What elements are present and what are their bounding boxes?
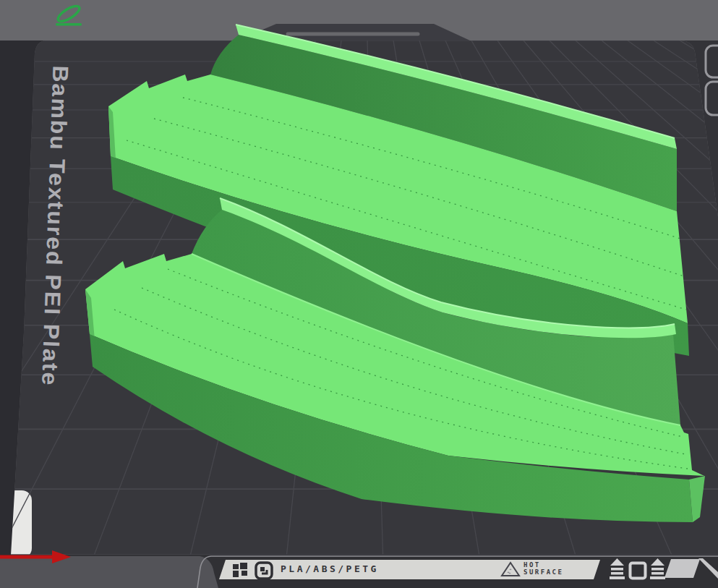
plate-outline-icon (628, 561, 647, 580)
pencil-logo-icon (49, 3, 85, 29)
plate-3d-scene (0, 0, 718, 588)
plate-badge-icon (255, 561, 273, 580)
materials-label: PLA/ABS/PETG (281, 563, 379, 574)
hot-surface-line2: SURFACE (523, 568, 563, 576)
bambu-logo-icon (233, 563, 249, 579)
hot-surface-label: HOT SURFACE (523, 561, 563, 576)
hot-surface-line1: HOT (523, 561, 563, 568)
warning-triangle-icon (500, 561, 521, 577)
eject-arrow-icon (649, 558, 667, 580)
slicer-viewport: Bambu Textured PEI Plate PLA/ABS/PETG HO… (0, 0, 718, 588)
eject-arrow-icon (608, 558, 626, 580)
